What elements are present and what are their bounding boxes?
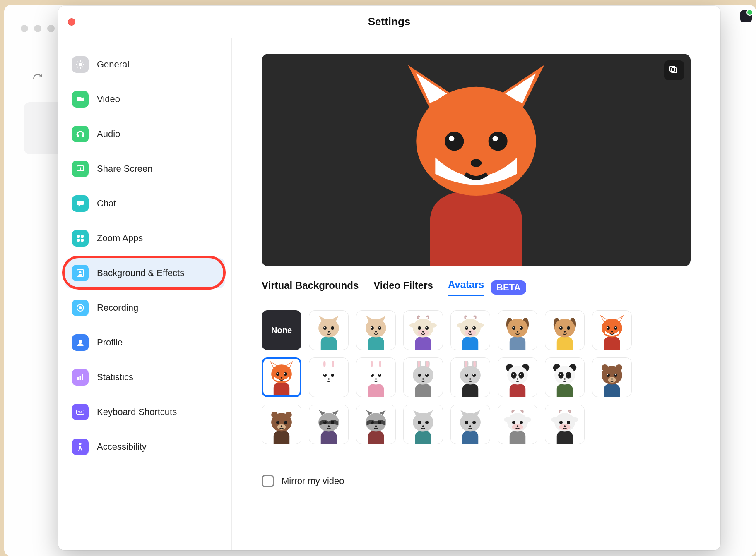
svg-point-138	[520, 374, 521, 375]
sidebar-item-general[interactable]: General	[65, 50, 225, 79]
avatar-tile-fox-red-sel[interactable]	[262, 357, 301, 397]
svg-point-188	[472, 421, 476, 424]
refresh-icon[interactable]	[32, 73, 43, 86]
avatar-tile-cat-teal[interactable]	[309, 310, 349, 350]
sidebar-item-statistics[interactable]: Statistics	[65, 362, 225, 392]
svg-point-158	[611, 378, 613, 379]
avatar-thumb	[358, 408, 394, 444]
svg-point-135	[512, 374, 515, 377]
sidebar-item-profile[interactable]: Profile	[65, 328, 225, 357]
sidebar-item-keyboard-shortcuts[interactable]: Keyboard Shortcuts	[65, 397, 225, 427]
avatar-tile-fox-red[interactable]	[592, 310, 632, 350]
settings-window: Settings GeneralVideoAudioShare ScreenCh…	[58, 6, 720, 550]
avatar-tile-cow-blue[interactable]	[450, 310, 490, 350]
avatar-tile-cat-grey-teal[interactable]	[403, 405, 443, 444]
sidebar-item-background-effects[interactable]: Background & Effects	[65, 258, 225, 288]
svg-point-137	[513, 374, 514, 375]
svg-point-197	[520, 421, 523, 424]
avatar-thumb	[453, 314, 488, 350]
avatar-tile-cow-grey[interactable]	[498, 405, 537, 444]
avatar-tile-dog-yellow[interactable]	[545, 310, 585, 350]
svg-point-73	[559, 326, 563, 330]
bg-close-dot[interactable]	[21, 25, 28, 32]
avatar-thumb	[311, 314, 347, 350]
svg-point-196	[512, 421, 515, 424]
svg-point-50	[419, 327, 419, 328]
background-profile-badge[interactable]	[740, 10, 752, 22]
svg-point-179	[375, 425, 377, 427]
avatar-tile-raccoon-purple[interactable]	[309, 405, 349, 444]
avatar-tile-cow-purple[interactable]	[403, 310, 443, 350]
svg-point-40	[378, 326, 381, 330]
sidebar-item-label: Share Screen	[97, 163, 153, 174]
svg-point-96	[331, 374, 334, 377]
svg-point-41	[371, 327, 372, 328]
svg-point-117	[419, 374, 419, 375]
avatar-tile-cat-teal2[interactable]	[356, 310, 396, 350]
svg-point-145	[559, 374, 563, 377]
svg-point-74	[567, 326, 570, 330]
svg-point-67	[513, 327, 514, 328]
avatar-tile-rabbit-grey[interactable]	[403, 357, 443, 397]
svg-point-87	[277, 373, 278, 374]
sidebar-item-share-screen[interactable]: Share Screen	[65, 154, 225, 184]
svg-point-148	[568, 374, 568, 375]
avatar-thumb	[594, 361, 630, 397]
svg-rect-24	[672, 68, 677, 73]
avatar-tile-rabbit-pink[interactable]	[356, 357, 396, 397]
avatar-tile-none[interactable]: None	[262, 310, 301, 350]
tab-avatars[interactable]: Avatars	[448, 279, 484, 296]
avatar-tile-cow-black[interactable]	[545, 405, 585, 444]
svg-point-49	[425, 326, 429, 330]
avatar-tile-dog-blue[interactable]	[498, 310, 537, 350]
fullscreen-button[interactable]	[664, 60, 684, 80]
svg-rect-6	[77, 235, 80, 238]
avatar-tile-rabbit-white[interactable]	[309, 357, 349, 397]
svg-point-51	[426, 327, 427, 328]
bg-max-dot[interactable]	[47, 25, 55, 32]
avatar-tile-panda-red[interactable]	[498, 357, 537, 397]
profile-icon	[72, 334, 89, 351]
sidebar-item-zoom-apps[interactable]: Zoom Apps	[65, 223, 225, 253]
avatar-tile-cat-grey-blue[interactable]	[450, 405, 490, 444]
avatar-thumb	[264, 360, 299, 395]
close-button[interactable]	[68, 18, 75, 26]
avatar-tile-bear-blue[interactable]	[592, 357, 632, 397]
avatar-tile-rabbit-black[interactable]	[450, 357, 490, 397]
tab-virtual-backgrounds[interactable]: Virtual Backgrounds	[262, 280, 359, 295]
svg-point-125	[465, 374, 468, 377]
svg-point-176	[378, 421, 381, 424]
sidebar-item-accessibility[interactable]: Accessibility	[65, 432, 225, 462]
chat-icon	[72, 195, 89, 212]
svg-point-164	[284, 421, 287, 424]
avatar-thumb	[405, 314, 441, 350]
avatar-tile-raccoon-red[interactable]	[356, 405, 396, 444]
svg-point-173	[328, 425, 330, 427]
svg-point-105	[371, 374, 374, 377]
sidebar-item-video[interactable]: Video	[65, 84, 225, 114]
avatar-tile-bear-brown[interactable]	[262, 405, 301, 444]
svg-point-34	[331, 326, 334, 330]
svg-point-208	[568, 422, 568, 422]
svg-rect-9	[81, 239, 84, 242]
tab-video-filters[interactable]: Video Filters	[373, 280, 433, 295]
sidebar-item-chat[interactable]: Chat	[65, 189, 225, 218]
avatar-thumb	[311, 361, 347, 397]
sidebar-item-recording[interactable]: Recording	[65, 293, 225, 323]
svg-point-81	[607, 327, 608, 328]
avatar-thumb	[358, 314, 394, 350]
svg-point-204	[559, 424, 570, 430]
svg-point-169	[323, 421, 327, 424]
svg-point-108	[379, 374, 380, 375]
avatar-tile-panda-green[interactable]	[545, 357, 585, 397]
sidebar-item-label: Recording	[97, 302, 138, 313]
sidebar-item-audio[interactable]: Audio	[65, 119, 225, 149]
svg-point-56	[465, 329, 476, 336]
svg-point-31	[471, 159, 482, 167]
avatar-thumb	[311, 408, 347, 444]
bg-min-dot[interactable]	[34, 25, 41, 32]
svg-point-89	[281, 377, 283, 378]
svg-point-170	[331, 421, 334, 424]
svg-point-157	[615, 374, 616, 375]
mirror-video-checkbox[interactable]	[262, 475, 274, 487]
